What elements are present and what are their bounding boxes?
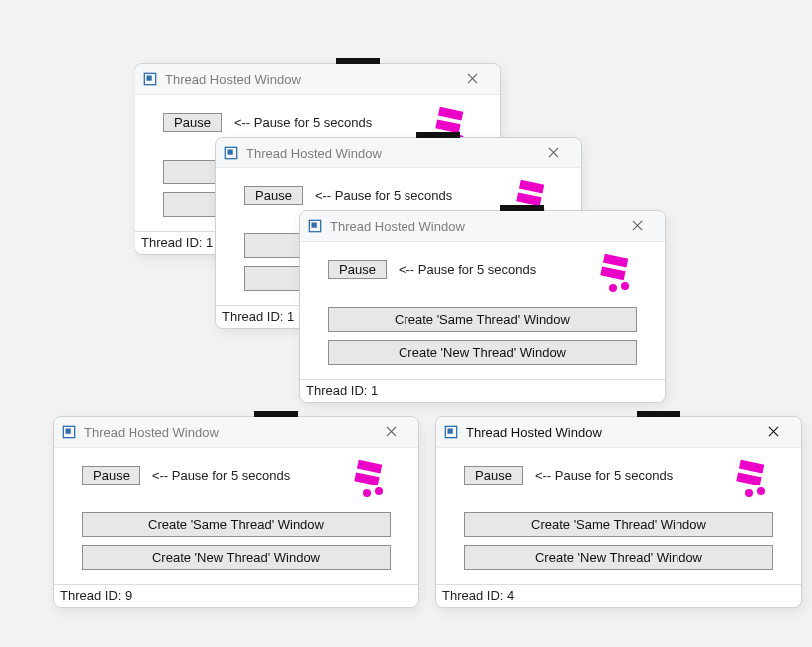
thread-id-value: 4 [507,588,514,603]
svg-point-38 [745,489,753,497]
thread-id-value: 9 [125,588,132,603]
close-icon [548,146,559,161]
window-title: Thread Hosted Window [246,146,533,161]
thread-id-prefix: Thread ID: [60,588,125,603]
pause-row: Pause<-- Pause for 5 seconds [82,466,391,485]
pause-hint-label: <-- Pause for 5 seconds [234,115,372,130]
titlebar[interactable]: Thread Hosted Window [54,417,418,448]
pause-row: Pause<-- Pause for 5 seconds [464,466,773,485]
window-title: Thread Hosted Window [165,72,452,87]
status-bar: Thread ID: 9 [54,584,418,607]
pause-row: Pause<-- Pause for 5 seconds [163,113,472,132]
pause-hint-label: <-- Pause for 5 seconds [152,468,290,483]
thread-id-value: 1 [206,235,213,250]
titlebar[interactable]: Thread Hosted Window [135,64,500,95]
svg-rect-33 [448,429,453,434]
close-icon [632,219,643,234]
window-title: Thread Hosted Window [84,425,371,440]
pause-hint-label: <-- Pause for 5 seconds [535,468,673,483]
pause-button[interactable]: Pause [328,260,387,279]
pause-row: Pause<-- Pause for 5 seconds [328,260,637,279]
create-new-thread-button[interactable]: Create 'New Thread' Window [82,545,391,570]
window-title: Thread Hosted Window [466,425,753,440]
close-icon [386,425,397,440]
app-window: Thread Hosted WindowPause<-- Pause for 5… [435,416,802,608]
client-area: Pause<-- Pause for 5 secondsCreate 'Same… [436,448,801,584]
pause-hint-label: <-- Pause for 5 seconds [315,188,452,203]
titlebar[interactable]: Thread Hosted Window [436,417,801,448]
app-icon [308,219,322,233]
svg-point-23 [621,282,629,290]
close-button[interactable] [753,417,793,447]
client-area: Pause<-- Pause for 5 secondsCreate 'Same… [54,448,418,584]
titlebar[interactable]: Thread Hosted Window [300,211,665,242]
close-button[interactable] [533,138,573,167]
svg-rect-9 [228,150,233,155]
close-button[interactable] [452,64,492,94]
svg-rect-17 [312,223,317,228]
svg-point-30 [363,489,371,497]
app-window: Thread Hosted WindowPause<-- Pause for 5… [53,416,419,608]
pause-button[interactable]: Pause [163,113,222,132]
thread-id-value: 1 [371,383,378,398]
pause-hint-label: <-- Pause for 5 seconds [399,262,536,277]
pause-row: Pause<-- Pause for 5 seconds [244,186,553,205]
close-button[interactable] [617,211,657,241]
pause-button[interactable]: Pause [244,186,303,205]
titlebar[interactable]: Thread Hosted Window [216,138,581,168]
close-button[interactable] [371,417,410,447]
pause-button[interactable]: Pause [82,466,140,485]
create-same-thread-button[interactable]: Create 'Same Thread' Window [82,512,391,537]
svg-rect-1 [147,76,152,81]
thread-id-prefix: Thread ID: [306,383,371,398]
thread-id-prefix: Thread ID: [442,588,507,603]
app-window: Thread Hosted WindowPause<-- Pause for 5… [299,210,666,403]
thread-id-prefix: Thread ID: [141,235,206,250]
app-icon [62,425,76,439]
svg-rect-25 [66,429,71,434]
app-icon [444,425,458,439]
status-bar: Thread ID: 4 [436,584,801,607]
create-same-thread-button[interactable]: Create 'Same Thread' Window [328,307,637,332]
app-icon [224,146,238,160]
svg-point-22 [609,284,617,292]
status-bar: Thread ID: 1 [300,379,665,402]
pause-button[interactable]: Pause [464,466,523,485]
close-icon [467,72,478,87]
close-icon [768,425,779,440]
create-new-thread-button[interactable]: Create 'New Thread' Window [464,545,773,570]
client-area: Pause<-- Pause for 5 secondsCreate 'Same… [300,242,665,379]
svg-point-39 [757,487,765,495]
window-title: Thread Hosted Window [330,219,617,234]
create-new-thread-button[interactable]: Create 'New Thread' Window [328,340,637,365]
svg-point-31 [375,487,383,495]
create-same-thread-button[interactable]: Create 'Same Thread' Window [464,512,773,537]
app-icon [143,72,157,86]
thread-id-value: 1 [287,309,294,324]
thread-id-prefix: Thread ID: [222,309,287,324]
